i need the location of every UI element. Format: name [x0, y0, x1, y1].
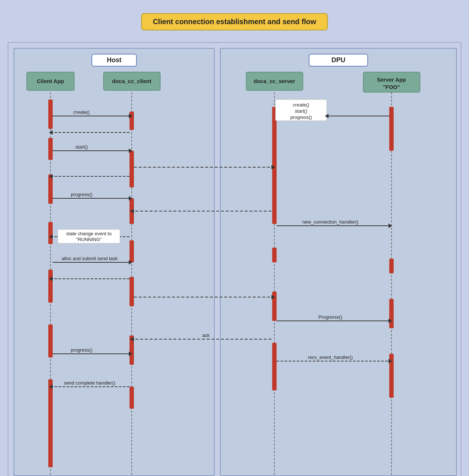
- diagram-container: Host DPU Client App doca_cc_client doca_…: [8, 42, 461, 476]
- dpu-label-box: DPU: [309, 54, 368, 67]
- title-banner: Client connection establishment and send…: [141, 13, 328, 30]
- dpu-panel: DPU: [220, 48, 457, 476]
- title-area: Client connection establishment and send…: [0, 0, 469, 42]
- title-text: Client connection establishment and send…: [153, 18, 316, 26]
- host-label-box: Host: [91, 54, 137, 67]
- host-panel: Host: [14, 48, 215, 476]
